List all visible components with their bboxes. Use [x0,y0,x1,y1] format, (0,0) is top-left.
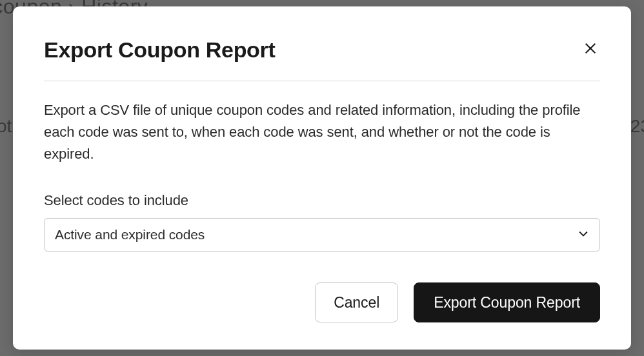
modal-description: Export a CSV file of unique coupon codes… [44,99,600,165]
codes-select[interactable]: Active and expired codes [44,218,600,252]
codes-select-wrap: Active and expired codes [44,218,600,252]
background-text-right: 23 [630,116,644,137]
modal-title: Export Coupon Report [44,37,276,63]
close-icon [583,41,598,57]
background-text-left: ot [0,116,12,137]
codes-select-value: Active and expired codes [55,227,205,242]
modal-header: Export Coupon Report [44,37,600,81]
export-coupon-modal: Export Coupon Report Export a CSV file o… [13,6,631,350]
select-label: Select codes to include [44,192,600,209]
modal-body: Export a CSV file of unique coupon codes… [44,81,600,282]
export-button[interactable]: Export Coupon Report [414,282,600,322]
modal-footer: Cancel Export Coupon Report [44,282,600,322]
close-button[interactable] [581,39,600,60]
cancel-button[interactable]: Cancel [315,282,398,322]
